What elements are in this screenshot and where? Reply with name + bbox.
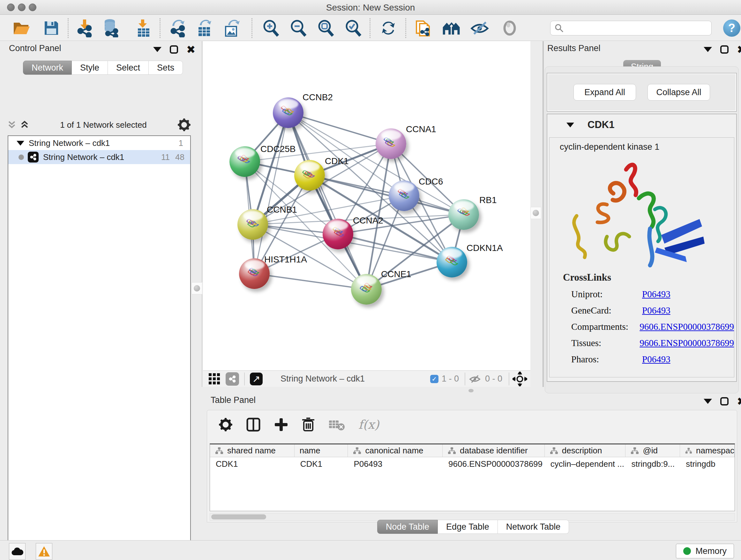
show-all-eye-icon[interactable]: [500, 19, 519, 37]
gene-collapse-icon[interactable]: [566, 123, 574, 127]
export-table-icon[interactable]: [195, 19, 214, 37]
results-panel-close-icon[interactable]: ✖: [737, 45, 741, 54]
table-row[interactable]: CDK1CDK1P064939606.ENSP00000378699cyclin…: [210, 457, 735, 471]
crosslink-link[interactable]: P06493: [642, 354, 670, 365]
expand-all-button[interactable]: Expand All: [574, 84, 636, 101]
hidden-eye-icon[interactable]: [468, 374, 482, 384]
table-panel-float-icon[interactable]: [720, 397, 729, 406]
node-CCNB1[interactable]: [238, 209, 268, 240]
delete-column-icon[interactable]: [301, 417, 315, 432]
cell-database-identifier[interactable]: 9606.ENSP00000378699: [443, 457, 545, 471]
control-panel-float-icon[interactable]: [170, 45, 178, 54]
tab-select[interactable]: Select: [108, 61, 149, 75]
crosslink-link[interactable]: 9606.ENSP00000378699: [639, 321, 734, 332]
create-column-icon[interactable]: [274, 418, 288, 432]
column-header-name[interactable]: name: [294, 444, 348, 457]
results-panel-float-icon[interactable]: [720, 45, 729, 54]
import-network-database-icon[interactable]: [102, 19, 120, 37]
save-session-icon[interactable]: [42, 19, 61, 37]
zoom-selected-icon[interactable]: [344, 19, 362, 37]
node-CDC6[interactable]: [389, 180, 419, 211]
network-view-title: String Network – cdk1: [280, 374, 430, 384]
network-collection-row[interactable]: String Network – cdk1 1: [8, 136, 190, 150]
detach-view-icon[interactable]: ↗: [250, 373, 263, 385]
node-CCNA2[interactable]: [323, 219, 353, 249]
export-network-icon[interactable]: [169, 19, 187, 37]
column-header-database-identifier[interactable]: database identifier: [443, 444, 545, 457]
grid-view-icon[interactable]: [209, 373, 220, 384]
node-CCNA1[interactable]: [376, 128, 406, 159]
zoom-in-icon[interactable]: [262, 19, 280, 37]
table-panel-close-icon[interactable]: ✖: [737, 397, 741, 406]
column-header-shared-name[interactable]: shared name: [210, 444, 294, 457]
birds-eye-view-icon[interactable]: [442, 19, 461, 37]
import-table-file-icon[interactable]: [134, 19, 152, 37]
collection-expand-icon[interactable]: [17, 141, 24, 145]
node-RB1[interactable]: [448, 199, 479, 230]
selected-checkbox-icon[interactable]: ✓: [430, 375, 439, 383]
table-panel-menu-icon[interactable]: [704, 399, 712, 404]
node-CCNE1[interactable]: [351, 274, 382, 305]
hide-selected-eye-icon[interactable]: [470, 19, 489, 37]
network-row[interactable]: String Network – cdk1 11 48: [8, 150, 190, 164]
search-field[interactable]: [550, 21, 712, 36]
import-network-file-icon[interactable]: [76, 19, 94, 37]
column-header-description[interactable]: description: [545, 444, 626, 457]
tab-network[interactable]: Network: [23, 61, 72, 75]
crosslink-link[interactable]: 9606.ENSP00000378699: [639, 338, 734, 348]
node-CDC25B[interactable]: [229, 146, 260, 177]
tab-node-table[interactable]: Node Table: [377, 520, 438, 534]
node-CCNB2[interactable]: [273, 98, 304, 128]
memory-button[interactable]: Memory: [676, 544, 734, 558]
cell-canonical-name[interactable]: P06493: [348, 457, 443, 471]
network-options-gear-icon[interactable]: [178, 118, 191, 132]
collapse-all-button[interactable]: Collapse All: [648, 84, 710, 101]
delete-table-icon[interactable]: [328, 419, 345, 431]
node-CDKN1A[interactable]: [436, 247, 467, 277]
zoom-out-icon[interactable]: [289, 19, 308, 37]
network-canvas[interactable]: CCNB2CCNA1CDC25BCDK1CDC6RB1CCNB1CCNA2CDK…: [203, 41, 530, 370]
zoom-fit-icon[interactable]: [317, 19, 335, 37]
crosslink-link[interactable]: P06493: [642, 305, 670, 316]
refresh-icon[interactable]: [379, 19, 398, 37]
column-header-canonical-name[interactable]: canonical name: [348, 444, 443, 457]
cell-name[interactable]: CDK1: [294, 457, 348, 471]
copy-style-icon[interactable]: [414, 19, 433, 37]
show-columns-icon[interactable]: [246, 417, 261, 432]
export-image-icon[interactable]: [223, 19, 241, 37]
table-settings-gear-icon[interactable]: [219, 418, 232, 432]
cell-namespac[interactable]: stringdb: [680, 457, 735, 471]
results-panel-menu-icon[interactable]: [704, 47, 712, 52]
help-button[interactable]: ?: [723, 19, 740, 37]
cell-description[interactable]: cyclin–dependent ...: [545, 457, 626, 471]
collapse-all-icon[interactable]: [7, 120, 17, 130]
column-header--id[interactable]: @id: [625, 444, 680, 457]
column-header-namespac[interactable]: namespac: [680, 444, 735, 457]
right-splitter-handle[interactable]: [530, 207, 541, 219]
control-panel-menu-icon[interactable]: [153, 47, 161, 52]
warning-status-button[interactable]: [36, 543, 52, 560]
tab-edge-table[interactable]: Edge Table: [438, 520, 498, 534]
cell--id[interactable]: stringdb:9...: [625, 457, 680, 471]
bottom-splitter-handle[interactable]: [468, 389, 474, 392]
tab-style[interactable]: Style: [72, 61, 108, 75]
function-builder-icon[interactable]: f(x): [358, 418, 379, 432]
control-panel-close-icon[interactable]: ✖: [186, 45, 196, 54]
right-splitter[interactable]: [542, 41, 544, 387]
cell-shared-name[interactable]: CDK1: [210, 457, 294, 471]
fit-content-icon[interactable]: [513, 372, 527, 386]
crosslink-link[interactable]: P06493: [642, 289, 670, 300]
edge-CCNB2-HIST1H1A[interactable]: [254, 113, 288, 273]
node-CDK1[interactable]: [294, 160, 325, 191]
edge-HIST1H1A-CCNE1[interactable]: [254, 273, 366, 289]
left-splitter-handle[interactable]: [192, 282, 202, 294]
cloud-status-button[interactable]: [9, 543, 25, 560]
open-session-icon[interactable]: [12, 19, 30, 37]
network-style-icon[interactable]: [226, 372, 239, 386]
left-splitter[interactable]: [202, 41, 202, 387]
search-input[interactable]: [564, 23, 711, 34]
scrollbar-thumb[interactable]: [211, 514, 266, 519]
tab-network-table[interactable]: Network Table: [498, 520, 569, 534]
tab-sets[interactable]: Sets: [149, 61, 183, 75]
expand-all-icon[interactable]: [20, 120, 29, 130]
